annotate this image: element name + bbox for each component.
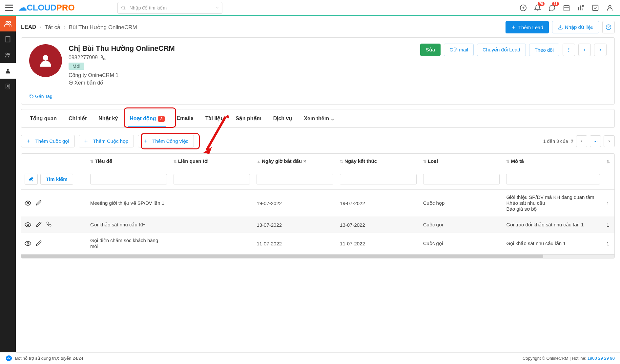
- chevron-down-icon: ⌄: [330, 116, 335, 121]
- tab-services[interactable]: Dịch vụ: [267, 109, 298, 127]
- chat-icon[interactable]: 11: [548, 4, 556, 11]
- svg-point-28: [7, 86, 8, 86]
- tag-link[interactable]: Gán Tag: [21, 94, 60, 99]
- view-icon[interactable]: [25, 200, 31, 206]
- sidebar-item-building[interactable]: [0, 31, 16, 47]
- phone-icon[interactable]: [46, 221, 52, 228]
- help-button[interactable]: [602, 21, 615, 33]
- cell-related: [170, 217, 254, 233]
- profile-card: Chị Bùi Thu Hường OnlineCRM 0982277999 M…: [21, 38, 614, 88]
- cell-type: Cuộc gọi: [420, 217, 503, 233]
- filter-start-input[interactable]: [257, 174, 333, 184]
- chevron-down-icon[interactable]: [215, 6, 219, 10]
- check-icon[interactable]: [592, 4, 599, 11]
- next-record-button[interactable]: [594, 44, 607, 56]
- table-filter-row: Tìm kiếm: [21, 169, 614, 190]
- add-meeting-button[interactable]: + Thêm Cuộc họp: [79, 135, 134, 147]
- clear-sort-icon[interactable]: ×: [303, 158, 306, 164]
- search-input[interactable]: Nhập để tìm kiếm: [117, 2, 222, 14]
- tab-more[interactable]: Xem thêm ⌄: [298, 109, 341, 127]
- cell-title: Gọi điện chăm sóc khách hàng mới: [87, 233, 170, 254]
- edit-button[interactable]: Sửa: [420, 44, 441, 56]
- tab-overview[interactable]: Tổng quan: [24, 109, 63, 127]
- svg-point-14: [609, 5, 611, 8]
- tab-log[interactable]: Nhật ký: [93, 109, 124, 127]
- main-content: LEAD › Tất cả › Bùi Thu Hường OnlineCRM …: [16, 16, 620, 352]
- sidebar-item-user-alt[interactable]: [0, 47, 16, 63]
- status-chip: Mới: [69, 63, 84, 70]
- clear-filters-button[interactable]: [25, 174, 38, 185]
- import-button[interactable]: Nhập dữ liệu: [552, 21, 599, 33]
- sidebar-item-people[interactable]: [0, 16, 16, 31]
- cell-extra: 1: [603, 233, 614, 254]
- tab-products[interactable]: Sản phẩm: [230, 109, 267, 127]
- sidebar-item-contact[interactable]: [0, 63, 16, 79]
- edit-icon[interactable]: [36, 200, 42, 206]
- filter-end-input[interactable]: [340, 174, 417, 184]
- breadcrumb-mid[interactable]: Tất cả: [45, 24, 60, 31]
- cell-start: 19-07-2022: [253, 190, 337, 217]
- profile-map-link[interactable]: Xem bản đồ: [69, 80, 175, 86]
- tab-activity[interactable]: Hoạt động3: [124, 109, 171, 127]
- col-end[interactable]: ⇅Ngày kết thúc: [337, 154, 420, 169]
- more-vertical-button[interactable]: [563, 44, 575, 56]
- prev-record-button[interactable]: [578, 44, 591, 56]
- svg-point-39: [31, 95, 31, 96]
- user-icon[interactable]: [606, 4, 613, 11]
- col-desc[interactable]: ⇅Mô tả: [503, 154, 603, 169]
- breadcrumb-root[interactable]: LEAD: [21, 24, 36, 30]
- cell-title: Gọi khảo sát nhu cầu KH: [87, 217, 170, 233]
- global-search[interactable]: Nhập để tìm kiếm: [117, 2, 222, 14]
- follow-button[interactable]: Theo dõi: [529, 44, 559, 56]
- col-title[interactable]: ⇅Tiêu đề: [87, 154, 170, 169]
- phone-icon[interactable]: [100, 55, 106, 60]
- tab-docs[interactable]: Tài liệu: [199, 109, 230, 127]
- svg-point-44: [27, 243, 29, 244]
- svg-rect-17: [6, 37, 10, 42]
- profile-title: Chị Bùi Thu Hường OnlineCRM: [69, 44, 175, 53]
- cell-desc: Giới thiệu SP/DV mà KH đang quan tâm Khả…: [503, 190, 603, 217]
- send-mail-button[interactable]: Gửi mail: [444, 44, 474, 56]
- svg-point-16: [9, 21, 10, 23]
- edit-icon[interactable]: [36, 240, 42, 247]
- cell-type: Cuộc gọi: [420, 233, 503, 254]
- add-circle-icon[interactable]: [520, 4, 527, 11]
- table-search-button[interactable]: Tìm kiếm: [40, 174, 73, 185]
- convert-lead-button[interactable]: Chuyển đổi Lead: [477, 44, 526, 56]
- logo[interactable]: ☁CLOUDPRO: [18, 3, 75, 13]
- svg-point-15: [6, 21, 8, 23]
- filter-desc-input[interactable]: [506, 174, 600, 184]
- chat-badge: 11: [552, 2, 559, 6]
- horizontal-scrollbar[interactable]: [21, 254, 614, 258]
- svg-point-24: [6, 53, 8, 55]
- edit-icon[interactable]: [36, 221, 42, 228]
- cell-type: Cuộc họp: [420, 190, 503, 217]
- filter-title-input[interactable]: [90, 174, 167, 184]
- view-icon[interactable]: [25, 221, 31, 228]
- col-related[interactable]: ⇅Liên quan tới: [170, 154, 254, 169]
- cell-related: [170, 233, 254, 254]
- add-lead-button[interactable]: Thêm Lead: [506, 21, 549, 33]
- col-start[interactable]: ▲Ngày giờ bắt đầu ×: [253, 154, 337, 169]
- analytics-icon[interactable]: [577, 4, 585, 11]
- svg-point-34: [43, 55, 49, 61]
- add-call-button[interactable]: + Thêm Cuộc gọi: [21, 135, 75, 147]
- filter-type-input[interactable]: [423, 174, 500, 184]
- pager-next-button[interactable]: [604, 135, 615, 147]
- hamburger-menu[interactable]: [4, 3, 14, 13]
- top-header: ☁CLOUDPRO Nhập để tìm kiếm 70 11: [0, 0, 620, 16]
- tab-emails[interactable]: Emails: [171, 109, 199, 127]
- bell-icon[interactable]: 70: [534, 4, 541, 11]
- avatar: [29, 44, 62, 77]
- table-row: Meeting giới thiệu về SP/DV lần 1 19-07-…: [21, 190, 614, 217]
- sidebar-item-doc[interactable]: [0, 79, 16, 94]
- col-type[interactable]: ⇅Loại: [420, 154, 503, 169]
- filter-related-input[interactable]: [174, 174, 250, 184]
- view-icon[interactable]: [25, 240, 31, 247]
- col-more[interactable]: ⇅: [603, 154, 614, 169]
- add-todo-button[interactable]: + Thêm Công việc: [138, 135, 194, 147]
- calendar-icon[interactable]: [563, 4, 570, 11]
- pager-more-button[interactable]: ⋯: [590, 135, 601, 147]
- pager-prev-button[interactable]: [576, 135, 587, 147]
- tab-detail[interactable]: Chi tiết: [63, 109, 93, 127]
